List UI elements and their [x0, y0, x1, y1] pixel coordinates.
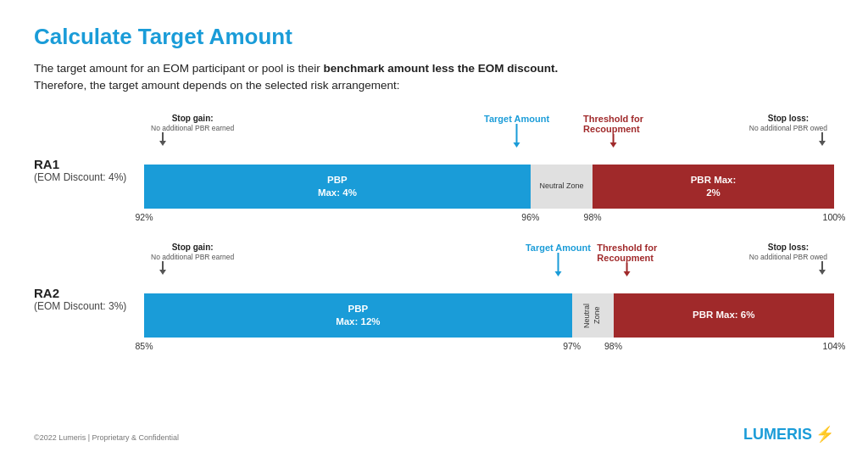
ra2-bar-track: PBPMax: 12% Neutral Zone PBR Max: 6% [144, 293, 834, 338]
ra1-threshold-annotation: Threshold forRecoupment [583, 114, 643, 148]
ra2-blue-segment: PBPMax: 12% [144, 293, 572, 338]
ra1-neutral-segment: Neutral Zone [531, 165, 593, 209]
ra2-bar-percentages: 85% 97% 98% 104% [144, 338, 834, 356]
ra1-stop-gain-label: Stop gain: [151, 114, 234, 124]
ra2-stop-gain-label: Stop gain: [151, 243, 234, 253]
ra1-target-annotation: Target Amount [484, 114, 549, 148]
ra2-bar-wrapper: Stop gain: No additional PBR earned Targ… [144, 243, 834, 356]
footer: ©2022 Lumeris | Proprietary & Confidenti… [34, 433, 179, 442]
ra1-threshold-label: Threshold forRecoupment [583, 114, 643, 134]
ra1-bar-track: PBPMax: 4% Neutral Zone PBR Max:2% [144, 165, 834, 209]
ra2-annotations-top: Stop gain: No additional PBR earned Targ… [144, 243, 834, 293]
ra1-stop-loss-label: Stop loss: [749, 114, 827, 124]
ra1-name: RA1 [34, 157, 137, 171]
ra2-chart-row: RA2 (EOM Discount: 3%) Stop gain: No add… [34, 243, 834, 356]
ra1-pct2: 96% [521, 212, 539, 222]
ra1-red-label: PBR Max:2% [691, 174, 737, 199]
ra2-stop-loss-sub: No additional PBR owed [749, 253, 827, 261]
ra1-neutral-label: Neutral Zone [539, 181, 583, 192]
ra1-blue-segment: PBPMax: 4% [144, 165, 531, 209]
subtitle: The target amount for an EOM participant… [34, 60, 834, 95]
ra2-threshold-label: Threshold forRecoupment [597, 243, 657, 263]
ra2-pct1: 85% [135, 341, 153, 351]
ra2-neutral-label: Neutral Zone [582, 293, 602, 338]
ra2-red-segment: PBR Max: 6% [614, 293, 834, 338]
ra1-label: RA1 (EOM Discount: 4%) [34, 114, 144, 227]
ra1-red-segment: PBR Max:2% [593, 165, 834, 209]
ra1-row: RA1 (EOM Discount: 4%) Stop gain: No add… [34, 114, 834, 227]
ra1-pct3: 98% [584, 212, 602, 222]
ra2-stop-loss-label: Stop loss: [749, 243, 827, 253]
ra1-stop-gain-annotation: Stop gain: No additional PBR earned [144, 114, 234, 146]
logo: LUMERIS ⚡ [743, 425, 834, 444]
ra2-stop-gain-sub: No additional PBR earned [151, 253, 234, 261]
ra1-discount: (EOM Discount: 4%) [34, 171, 137, 183]
ra1-chart-row: RA1 (EOM Discount: 4%) Stop gain: No add… [34, 114, 834, 227]
ra1-blue-label: PBPMax: 4% [318, 174, 357, 199]
ra1-pct4: 100% [823, 212, 846, 222]
ra1-annotations-top: Stop gain: No additional PBR earned Targ… [144, 114, 834, 165]
ra2-label: RA2 (EOM Discount: 3%) [34, 243, 144, 356]
subtitle-part2: Therefore, the target amount depends on … [34, 79, 400, 92]
ra1-stop-loss-annotation: Stop loss: No additional PBR owed [749, 114, 834, 146]
ra2-pct3: 98% [604, 341, 622, 351]
ra2-blue-label: PBPMax: 12% [336, 303, 380, 328]
ra2-row: RA2 (EOM Discount: 3%) Stop gain: No add… [34, 243, 834, 356]
ra1-pct1: 92% [135, 212, 153, 222]
logo-icon: ⚡ [815, 425, 834, 444]
ra2-stop-gain-annotation: Stop gain: No additional PBR earned [144, 243, 234, 275]
ra1-stop-loss-sub: No additional PBR owed [749, 124, 827, 132]
ra2-red-label: PBR Max: 6% [693, 309, 755, 321]
ra2-name: RA2 [34, 286, 137, 300]
ra2-neutral-segment: Neutral Zone [572, 293, 614, 338]
ra2-target-annotation: Target Amount [526, 243, 591, 276]
page-container: Calculate Target Amount The target amoun… [0, 0, 868, 452]
ra1-bar-wrapper: Stop gain: No additional PBR earned Targ… [144, 114, 834, 227]
ra2-threshold-annotation: Threshold forRecoupment [597, 243, 657, 276]
ra1-bar-percentages: 92% 96% 98% 100% [144, 209, 834, 227]
ra2-discount: (EOM Discount: 3%) [34, 300, 137, 312]
ra2-pct2: 97% [563, 341, 581, 351]
ra1-target-label: Target Amount [484, 114, 549, 124]
ra2-stop-loss-annotation: Stop loss: No additional PBR owed [749, 243, 834, 275]
ra2-target-label: Target Amount [526, 243, 591, 253]
logo-text: LUMERIS [743, 426, 812, 444]
copyright: ©2022 Lumeris | Proprietary & Confidenti… [34, 433, 179, 442]
subtitle-bold: benchmark amount less the EOM discount. [323, 62, 558, 75]
page-title: Calculate Target Amount [34, 24, 834, 50]
ra1-stop-gain-sub: No additional PBR earned [151, 124, 234, 132]
charts-section: RA1 (EOM Discount: 4%) Stop gain: No add… [34, 114, 834, 356]
ra2-pct4: 104% [823, 341, 846, 351]
subtitle-part1: The target amount for an EOM participant… [34, 62, 323, 75]
